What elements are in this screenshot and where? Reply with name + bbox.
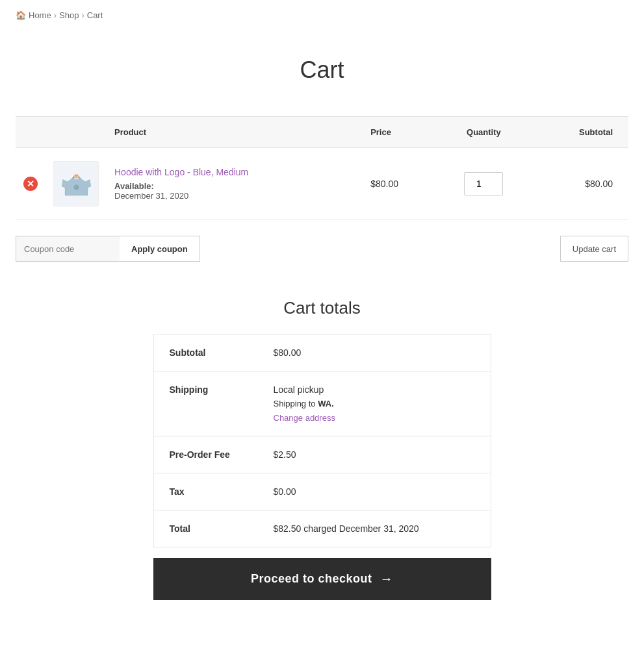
product-price: $80.00 <box>363 148 437 220</box>
breadcrumb-home[interactable]: Home <box>29 10 51 20</box>
totals-total-value: $82.50 charged December 31, 2020 <box>274 523 475 534</box>
totals-tax-row: Tax $0.00 <box>154 473 491 510</box>
totals-shipping-value: Local pickup Shipping to WA. Change addr… <box>274 384 475 423</box>
breadcrumb-shop[interactable]: Shop <box>59 10 79 20</box>
totals-shipping-label: Shipping <box>170 384 274 423</box>
local-pickup-text: Local pickup <box>274 384 475 395</box>
coupon-section: Apply coupon <box>16 236 200 262</box>
totals-preorder-label: Pre-Order Fee <box>170 449 274 460</box>
breadcrumb-current: Cart <box>87 10 103 20</box>
quantity-input[interactable] <box>464 172 503 195</box>
product-meta: Available: December 31, 2020 <box>114 181 355 201</box>
svg-point-0 <box>73 184 79 190</box>
col-header-subtotal: Subtotal <box>530 117 628 148</box>
shipping-to-text: Shipping to WA. <box>274 399 475 408</box>
availability-date: December 31, 2020 <box>114 191 188 201</box>
home-icon: 🏠 <box>16 10 26 20</box>
totals-tax-label: Tax <box>170 486 274 497</box>
coupon-row: Apply coupon Update cart <box>16 225 628 272</box>
proceed-to-checkout-button[interactable]: Proceed to checkout → <box>153 558 491 600</box>
breadcrumb-sep-2: › <box>81 10 84 20</box>
svg-point-3 <box>77 175 77 175</box>
availability-label: Available: <box>114 181 154 191</box>
product-name-link[interactable]: Hoodie with Logo - Blue, Medium <box>114 167 355 177</box>
totals-tax-value: $0.00 <box>274 486 475 497</box>
totals-subtotal-label: Subtotal <box>170 347 274 358</box>
cart-section: Product Price Quantity Subtotal ✕ <box>0 116 644 272</box>
cart-totals-table: Subtotal $80.00 Shipping Local pickup Sh… <box>153 334 491 547</box>
svg-point-2 <box>75 175 75 175</box>
totals-total-label: Total <box>170 523 274 534</box>
cart-totals-title: Cart totals <box>283 298 361 318</box>
change-address-link[interactable]: Change address <box>274 413 335 423</box>
totals-subtotal-row: Subtotal $80.00 <box>154 334 491 371</box>
product-image <box>53 161 99 207</box>
totals-preorder-row: Pre-Order Fee $2.50 <box>154 436 491 473</box>
coupon-input[interactable] <box>16 236 120 262</box>
totals-total-row: Total $82.50 charged December 31, 2020 <box>154 510 491 547</box>
totals-shipping-row: Shipping Local pickup Shipping to WA. Ch… <box>154 371 491 436</box>
col-header-image <box>45 117 107 148</box>
col-header-remove <box>16 117 45 148</box>
table-header-row: Product Price Quantity Subtotal <box>16 117 628 148</box>
table-row: ✕ <box>16 148 628 220</box>
totals-preorder-value: $2.50 <box>274 449 475 460</box>
col-header-price: Price <box>363 117 437 148</box>
remove-icon: ✕ <box>23 177 38 191</box>
update-cart-button[interactable]: Update cart <box>560 236 628 262</box>
totals-subtotal-value: $80.00 <box>274 347 475 358</box>
cart-totals-section: Cart totals Subtotal $80.00 Shipping Loc… <box>0 298 644 600</box>
breadcrumb-sep-1: › <box>54 10 57 20</box>
cart-table: Product Price Quantity Subtotal ✕ <box>16 116 628 220</box>
col-header-product: Product <box>107 117 363 148</box>
svg-point-1 <box>74 173 79 178</box>
product-subtotal: $80.00 <box>530 148 628 220</box>
checkout-button-label: Proceed to checkout <box>251 572 372 586</box>
checkout-arrow-icon: → <box>380 571 394 586</box>
col-header-quantity: Quantity <box>437 117 531 148</box>
page-title: Cart <box>0 56 644 84</box>
apply-coupon-button[interactable]: Apply coupon <box>120 236 200 262</box>
breadcrumb: 🏠 Home › Shop › Cart <box>0 0 644 31</box>
remove-item-button[interactable]: ✕ <box>23 177 38 191</box>
